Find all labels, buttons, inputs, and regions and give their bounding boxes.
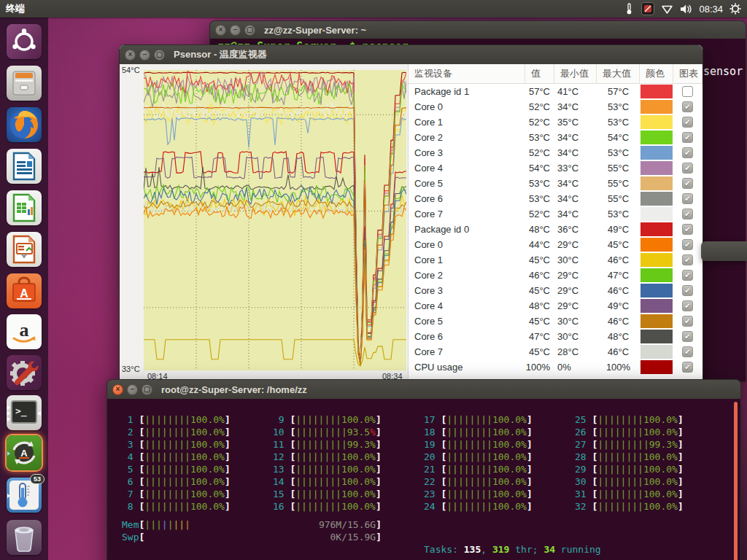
sensor-table-header[interactable]: 监视设备 值 最小值 最大值 颜色 图表 [409,64,703,84]
graph-enabled-checkbox[interactable]: ✔ [682,239,693,250]
launcher-software-icon[interactable]: A [7,273,42,308]
graph-enabled-checkbox[interactable]: ✔ [682,285,693,296]
thermometer-indicator-icon[interactable] [624,3,635,15]
sensor-row[interactable]: Core 345°C29°C46°C✔ [409,283,703,298]
graph-enabled-checkbox[interactable]: ✔ [682,300,693,311]
sensor-row[interactable]: Core 553°C34°C55°C✔ [409,176,703,191]
sensor-row[interactable]: Core 745°C28°C46°C✔ [409,344,703,359]
launcher-files-icon[interactable] [7,66,42,101]
htop-window[interactable]: × − ▢ root@zz-Super-Server: /home/zz 1 [… [107,379,741,560]
sensor-row[interactable]: Core 152°C35°C53°C✔ [409,114,703,130]
graph-enabled-checkbox[interactable] [682,86,693,97]
launcher-settings-icon[interactable] [7,355,42,390]
launcher-trash-icon[interactable] [7,520,42,555]
sensor-color-swatch[interactable] [640,284,673,298]
close-icon[interactable]: × [112,384,123,395]
launcher-dash-button[interactable] [7,24,42,59]
close-icon[interactable]: × [215,25,226,36]
graph-enabled-checkbox[interactable]: ✔ [682,209,693,219]
sensor-color-swatch[interactable] [640,330,673,343]
graph-enabled-checkbox[interactable]: ✔ [682,270,693,281]
sensor-color-swatch[interactable] [640,299,673,313]
sensor-color-swatch[interactable] [640,100,673,114]
volume-indicator-icon[interactable] [680,4,692,15]
launcher-updater-icon[interactable]: A [7,435,42,470]
psensor-tray-icon[interactable] [641,2,654,15]
sensor-color-swatch[interactable] [640,222,673,236]
col-max[interactable]: 最大值 [597,64,640,83]
launcher-firefox-icon[interactable] [7,107,42,142]
network-indicator-icon[interactable] [661,4,673,15]
graph-enabled-checkbox[interactable]: ✔ [682,132,693,143]
sensor-row[interactable]: Package id 048°C36°C49°C✔ [409,222,703,237]
sensor-row[interactable]: Core 044°C29°C45°C✔ [409,237,703,252]
psensor-window[interactable]: × − ▢ Psensor - 温度监视器 54°C 33°C 08:14 08… [119,44,703,394]
psensor-titlebar[interactable]: × − ▢ Psensor - 温度监视器 [120,45,703,64]
sensor-row[interactable]: Core 545°C30°C46°C✔ [409,314,703,329]
sensor-row[interactable]: Core 647°C30°C48°C✔ [409,329,703,344]
terminal-bg-titlebar[interactable]: × − ▢ zz@zz-Super-Server: ~ [210,21,746,39]
graph-enabled-checkbox[interactable]: ✔ [682,224,693,235]
sensor-row[interactable]: Core 246°C29°C47°C✔ [409,268,703,283]
session-gear-icon[interactable] [729,3,741,15]
sensor-row[interactable]: Core 052°C34°C53°C✔ [409,99,703,114]
launcher-calc-icon[interactable] [7,190,42,225]
minimize-icon[interactable]: − [230,25,241,36]
sensor-color-swatch[interactable] [640,192,673,206]
maximize-icon[interactable]: ▢ [154,50,165,61]
sensor-color-swatch[interactable] [640,360,673,374]
graph-enabled-checkbox[interactable]: ✔ [682,316,693,327]
graph-enabled-checkbox[interactable]: ✔ [682,101,693,112]
hidden-window-titlebar-fragment[interactable] [701,241,747,261]
sensor-color-swatch[interactable] [640,176,673,190]
sensor-row[interactable]: Core 448°C29°C49°C✔ [409,298,703,314]
sensor-color-swatch[interactable] [640,268,673,282]
sensor-row[interactable]: Core 752°C34°C53°C✔ [409,206,703,222]
graph-enabled-checkbox[interactable]: ✔ [682,331,693,342]
graph-enabled-checkbox[interactable]: ✔ [682,178,693,189]
col-color[interactable]: 颜色 [640,64,673,83]
maximize-icon[interactable]: ▢ [244,25,255,36]
sensor-color-swatch[interactable] [640,85,673,98]
sensor-color-swatch[interactable] [640,345,673,359]
graph-enabled-checkbox[interactable]: ✔ [682,117,693,128]
sensor-row[interactable]: Package id 157°C41°C57°C [409,84,703,99]
sensor-color-swatch[interactable] [640,131,673,144]
graph-enabled-checkbox[interactable]: ✔ [682,193,693,204]
launcher-writer-icon[interactable] [7,149,42,184]
minimize-icon[interactable]: − [127,384,138,395]
htop-titlebar[interactable]: × − ▢ root@zz-Super-Server: /home/zz [107,380,740,399]
sensor-color-swatch[interactable] [640,253,673,267]
graph-enabled-checkbox[interactable]: ✔ [682,362,693,373]
launcher-terminal-icon[interactable]: >_ [7,395,42,430]
graph-enabled-checkbox[interactable]: ✔ [682,346,693,357]
col-value[interactable]: 值 [525,64,554,83]
sensor-color-swatch[interactable] [640,146,673,160]
col-min[interactable]: 最小值 [554,64,597,83]
sensor-row[interactable]: Core 653°C34°C55°C✔ [409,191,703,206]
launcher-impress-icon[interactable] [7,232,42,267]
sensor-row[interactable]: CPU usage100%0%100%✔ [409,359,703,375]
terminal-scrollbar[interactable] [734,402,738,560]
htop-body[interactable]: 1 [||||||||100.0%]2 [||||||||100.0%]3 [|… [107,399,740,560]
sensor-color-swatch[interactable] [640,161,673,175]
sensor-row[interactable]: Core 352°C34°C53°C✔ [409,145,703,160]
sensor-color-swatch[interactable] [640,238,673,252]
panel-clock[interactable]: 08:34 [699,4,723,15]
sensor-color-swatch[interactable] [640,314,673,328]
graph-enabled-checkbox[interactable]: ✔ [682,147,693,158]
sensor-row[interactable]: Core 145°C30°C46°C✔ [409,252,703,268]
launcher-amazon-icon[interactable]: a [7,314,42,349]
sensor-row[interactable]: Core 253°C34°C54°C✔ [409,130,703,145]
minimize-icon[interactable]: − [139,50,150,61]
sensor-row[interactable]: Core 454°C33°C55°C✔ [409,160,703,176]
close-icon[interactable]: × [125,50,136,61]
graph-enabled-checkbox[interactable]: ✔ [682,254,693,265]
col-device[interactable]: 监视设备 [409,64,525,83]
sensor-color-swatch[interactable] [640,115,673,129]
col-graph[interactable]: 图表 [673,64,703,83]
maximize-icon[interactable]: ▢ [142,384,152,395]
graph-enabled-checkbox[interactable]: ✔ [682,163,693,174]
sensor-color-swatch[interactable] [640,207,673,221]
launcher-psensor-icon[interactable]: 53 [7,478,42,513]
